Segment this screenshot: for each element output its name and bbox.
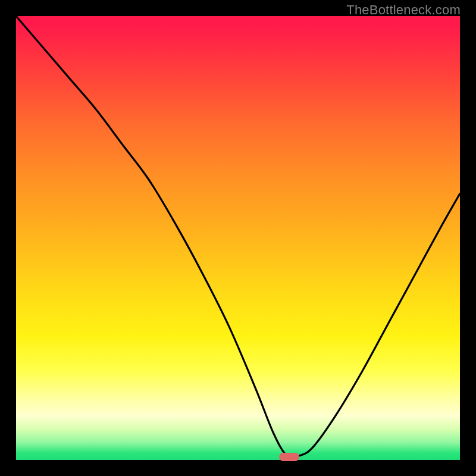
optimum-marker (279, 453, 299, 461)
plot-area (16, 16, 460, 460)
chart-stage: TheBottleneck.com (0, 0, 476, 476)
bottleneck-curve (16, 16, 460, 460)
curve-path (16, 16, 460, 458)
